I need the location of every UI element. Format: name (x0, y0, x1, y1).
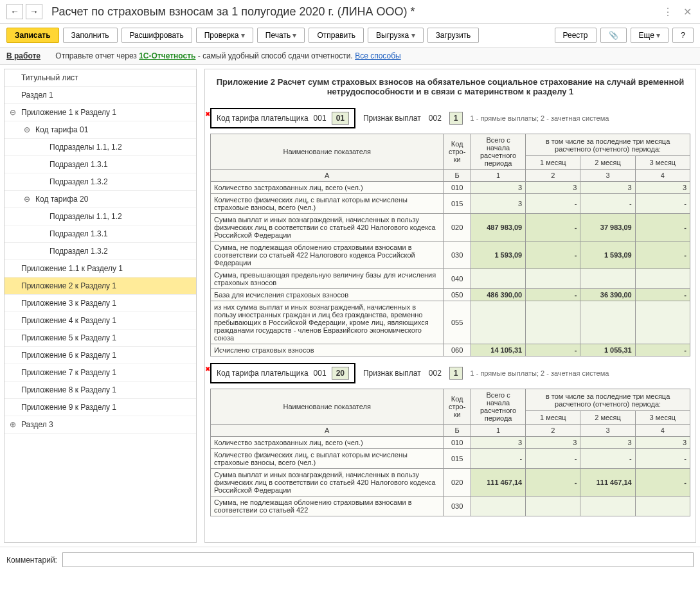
tree-item[interactable]: Подраздел 1.3.2 (4, 243, 196, 260)
cell-value[interactable] (526, 301, 580, 344)
cell-value[interactable]: - (526, 194, 580, 214)
cell-value[interactable] (635, 301, 690, 344)
cell-value[interactable] (526, 497, 580, 516)
print-button[interactable]: Печать (257, 28, 305, 43)
cell-value[interactable]: 111 467,14 (471, 469, 525, 497)
tree-item[interactable]: Подраздел 1.3.1 (4, 225, 196, 243)
status-label[interactable]: В работе (6, 51, 40, 60)
cell-value[interactable] (471, 269, 525, 289)
cell-value[interactable]: - (635, 242, 690, 269)
check-button[interactable]: Проверка (196, 28, 253, 43)
tree-item[interactable]: Подразделы 1.1, 1.2 (4, 208, 196, 225)
cell-value[interactable] (635, 269, 690, 289)
registry-button[interactable]: Реестр (555, 28, 597, 43)
send-button[interactable]: Отправить (309, 28, 364, 43)
cell-value[interactable]: 3 (471, 437, 525, 449)
cell-value[interactable]: - (526, 289, 580, 301)
cell-value[interactable]: - (635, 469, 690, 497)
tree-item[interactable]: Раздел 1 (4, 87, 196, 104)
cell-value[interactable]: 1 055,31 (580, 344, 635, 356)
cell-value[interactable]: - (580, 194, 635, 214)
tree-item[interactable]: Приложение 5 к Разделу 1 (4, 330, 196, 347)
cell-value[interactable]: - (526, 469, 580, 497)
delete-icon[interactable]: ✖ (205, 110, 210, 118)
tariff-value[interactable]: 01 (332, 112, 349, 125)
load-button[interactable]: Загрузить (427, 28, 480, 43)
cell-value[interactable]: 486 390,00 (471, 289, 525, 301)
all-ways-link[interactable]: Все способы (355, 51, 401, 60)
col-4: 4 (635, 170, 690, 182)
sign-value[interactable]: 1 (449, 367, 463, 380)
cell-value[interactable]: 3 (471, 182, 525, 194)
fill-button[interactable]: Заполнить (63, 28, 118, 43)
tree-toggle-icon[interactable]: ⊖ (10, 108, 19, 117)
cell-value[interactable]: - (635, 449, 690, 469)
tree-item[interactable]: ⊕Раздел 3 (4, 416, 196, 434)
cell-value[interactable]: - (526, 242, 580, 269)
cell-value[interactable]: 3 (580, 437, 635, 449)
tree-toggle-icon[interactable]: ⊕ (10, 420, 19, 429)
cell-value[interactable]: - (526, 344, 580, 356)
cell-value[interactable] (635, 497, 690, 516)
cell-value[interactable]: - (635, 214, 690, 242)
back-button[interactable]: ← (6, 4, 23, 19)
menu-icon[interactable]: ⋮ (661, 5, 674, 18)
cell-value[interactable]: 1 593,09 (471, 242, 525, 269)
cell-value[interactable]: 3 (635, 182, 690, 194)
reporting-link[interactable]: 1С-Отчетность (139, 51, 195, 60)
tree-item[interactable]: ⊖Приложение 1 к Разделу 1 (4, 104, 196, 121)
attach-button[interactable]: 📎 (600, 28, 627, 43)
more-button[interactable]: Еще (631, 28, 669, 43)
sign-value[interactable]: 1 (449, 112, 463, 125)
tree-item[interactable]: Приложение 2 к Разделу 1 (4, 277, 196, 295)
tree-item[interactable]: Приложение 6 к Разделу 1 (4, 347, 196, 364)
help-button[interactable]: ? (672, 28, 694, 43)
cell-value[interactable] (580, 269, 635, 289)
cell-value[interactable]: 3 (635, 437, 690, 449)
export-button[interactable]: Выгрузка (368, 28, 424, 43)
tariff-value[interactable]: 20 (332, 367, 349, 380)
cell-value[interactable]: 36 390,00 (580, 289, 635, 301)
cell-value[interactable]: - (526, 214, 580, 242)
delete-icon[interactable]: ✖ (205, 365, 210, 373)
tree-item[interactable]: Приложение 3 к Разделу 1 (4, 295, 196, 312)
forward-button[interactable]: → (26, 4, 42, 19)
cell-value[interactable]: 487 983,09 (471, 214, 525, 242)
tree-item[interactable]: Подразделы 1.1, 1.2 (4, 139, 196, 156)
cell-value[interactable]: 1 593,09 (580, 242, 635, 269)
tree-toggle-icon[interactable]: ⊖ (24, 125, 33, 134)
cell-value[interactable]: - (580, 449, 635, 469)
tree-item[interactable]: ⊖Код тарифа 20 (4, 191, 196, 208)
cell-value[interactable]: 111 467,14 (580, 469, 635, 497)
tree-item[interactable]: Титульный лист (4, 69, 196, 87)
cell-value[interactable] (580, 497, 635, 516)
cell-value[interactable] (526, 269, 580, 289)
tree-item[interactable]: Приложение 8 к Разделу 1 (4, 382, 196, 399)
cell-value[interactable]: 3 (526, 437, 580, 449)
cell-value[interactable]: 3 (526, 182, 580, 194)
decode-button[interactable]: Расшифровать (121, 28, 192, 43)
cell-value[interactable] (580, 301, 635, 344)
tree-toggle-icon[interactable]: ⊖ (24, 195, 33, 204)
cell-value[interactable]: 3 (580, 182, 635, 194)
comment-input[interactable] (62, 552, 694, 567)
tree-item[interactable]: Приложение 7 к Разделу 1 (4, 364, 196, 382)
close-icon[interactable]: ✕ (681, 5, 694, 18)
cell-value[interactable]: - (635, 344, 690, 356)
cell-value[interactable] (471, 497, 525, 516)
tree-item[interactable]: Подраздел 1.3.2 (4, 173, 196, 191)
cell-value[interactable]: 3 (471, 194, 525, 214)
cell-value[interactable]: - (526, 449, 580, 469)
cell-value[interactable]: - (635, 289, 690, 301)
tree-item[interactable]: Подраздел 1.3.1 (4, 156, 196, 173)
cell-value[interactable]: - (471, 449, 525, 469)
save-button[interactable]: Записать (6, 28, 59, 43)
tree-item[interactable]: Приложение 4 к Разделу 1 (4, 312, 196, 330)
tree-item[interactable]: ⊖Код тарифа 01 (4, 121, 196, 139)
tree-item[interactable]: Приложение 9 к Разделу 1 (4, 399, 196, 416)
cell-value[interactable] (471, 301, 525, 344)
cell-value[interactable]: 14 105,31 (471, 344, 525, 356)
cell-value[interactable]: - (635, 194, 690, 214)
cell-value[interactable]: 37 983,09 (580, 214, 635, 242)
tree-item[interactable]: Приложение 1.1 к Разделу 1 (4, 260, 196, 277)
